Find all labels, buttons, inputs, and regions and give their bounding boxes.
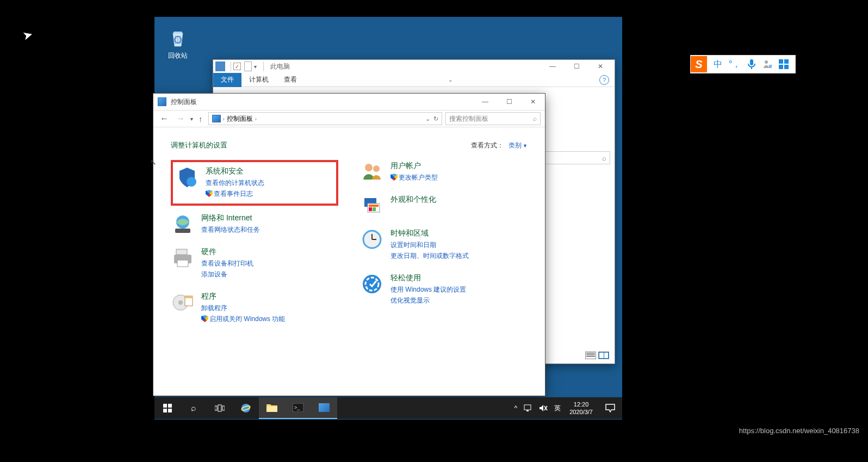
ime-user-icon[interactable] (762, 59, 772, 69)
cp-category: 时钟和区域设置时间和日期更改日期、时间或数字格式 (360, 227, 528, 262)
cp-category-link[interactable]: 查看网络状态和任务 (201, 225, 260, 235)
view-dropdown-link[interactable]: 类别▼ (509, 141, 528, 149)
cp-category-link[interactable]: 使用 Windows 建议的设置 (390, 285, 466, 294)
uac-shield-icon (390, 174, 398, 181)
cp-minimize-button[interactable]: — (473, 94, 497, 110)
address-bar-icon (212, 115, 221, 122)
svg-rect-25 (168, 404, 172, 408)
ime-mic-icon[interactable] (747, 59, 756, 70)
task-view-button[interactable] (207, 397, 233, 419)
cp-search-input[interactable]: 搜索控制面板 ⌕ (445, 112, 541, 125)
address-dropdown-icon[interactable]: ⌄ (425, 115, 430, 122)
cp-category-link[interactable]: 查看事件日志 (206, 189, 264, 199)
cp-category-title[interactable]: 轻松使用 (390, 273, 466, 283)
notification-center-button[interactable] (598, 397, 622, 419)
taskbar-ie-icon[interactable] (233, 397, 259, 419)
start-button[interactable] (154, 397, 181, 419)
svg-point-12 (373, 165, 380, 172)
svg-rect-37 (526, 410, 529, 411)
qat-doc-icon[interactable] (244, 61, 252, 71)
address-bar[interactable]: › 控制面板 › ⌄ ↻ (208, 112, 443, 125)
taskbar-cmd-icon[interactable]: >_ (285, 397, 311, 419)
cp-title: 控制面板 (171, 97, 197, 107)
ime-language-button[interactable]: 中 (714, 59, 722, 70)
maximize-button[interactable]: ☐ (565, 60, 588, 73)
ime-floating-bar[interactable]: S 中 °， (690, 55, 796, 73)
ribbon-tab-view[interactable]: 查看 (276, 73, 305, 87)
cp-category: 轻松使用使用 Windows 建议的设置优化视觉显示 (360, 272, 528, 307)
cp-category-link[interactable]: 更改日期、时间或数字格式 (390, 251, 469, 261)
cp-category-link[interactable]: 优化视觉显示 (390, 296, 466, 305)
svg-rect-6 (177, 260, 188, 267)
nav-back-button[interactable]: ← (158, 114, 171, 124)
svg-rect-40 (750, 59, 753, 65)
qat-dropdown-icon[interactable]: ▾ (254, 64, 257, 70)
cp-category-title[interactable]: 程序 (201, 292, 285, 301)
cp-category-title[interactable]: 网络和 Internet (201, 213, 260, 223)
tray-chevron-icon[interactable]: ^ (511, 397, 521, 419)
tray-network-icon[interactable] (520, 397, 536, 419)
close-button[interactable]: ✕ (588, 60, 612, 73)
svg-rect-17 (373, 207, 376, 211)
svg-point-42 (765, 60, 768, 64)
ease-icon (360, 272, 384, 296)
tray-ime-indicator[interactable]: 英 (551, 397, 564, 419)
refresh-button[interactable]: ↻ (433, 115, 438, 122)
breadcrumb-item[interactable]: 控制面板 (227, 114, 253, 124)
cp-category-link[interactable]: 查看设备和打印机 (201, 259, 253, 268)
cp-titlebar: 控制面板 — ☐ ✕ (153, 94, 545, 110)
recycle-bin-desktop-icon[interactable]: 回收站 (163, 27, 193, 60)
svg-rect-30 (222, 406, 225, 410)
taskbar-explorer-icon[interactable] (259, 397, 285, 419)
cp-category-link[interactable]: 设置时间和日期 (390, 241, 469, 250)
cp-categories-grid: 系统和安全查看你的计算机状态查看事件日志网络和 Internet查看网络状态和任… (171, 160, 528, 335)
clock-date: 2020/3/7 (569, 408, 593, 416)
nav-history-dropdown[interactable]: ▾ (190, 116, 193, 122)
ribbon-tab-computer[interactable]: 计算机 (241, 73, 276, 87)
sogou-logo-icon[interactable]: S (691, 56, 707, 72)
cp-category: 用户帐户更改帐户类型 (360, 160, 528, 184)
nav-up-button[interactable]: ↑ (196, 114, 205, 124)
cp-category-title[interactable]: 硬件 (201, 247, 253, 257)
taskbar-control-panel-icon[interactable] (311, 397, 337, 419)
cp-category-link[interactable]: 启用或关闭 Windows 功能 (201, 315, 285, 324)
clock-time: 12:20 (569, 401, 593, 408)
cursor-icon: ↖ (150, 158, 157, 167)
minimize-button[interactable]: — (541, 60, 565, 73)
cp-category-link[interactable]: 添加设备 (201, 270, 253, 279)
nav-forward-button[interactable]: → (174, 114, 187, 124)
ime-punct-button[interactable]: °， (729, 59, 741, 70)
cp-window-controls: — ☐ ✕ (473, 94, 545, 110)
ime-tools-icon[interactable] (779, 59, 789, 69)
cp-category-link[interactable]: 卸载程序 (201, 304, 285, 313)
clock-icon (360, 227, 384, 251)
taskbar-clock[interactable]: 12:20 2020/3/7 (564, 401, 598, 416)
search-button[interactable]: ⌕ (181, 397, 207, 419)
qat-checkbox-icon[interactable]: ✓ (233, 63, 241, 70)
explorer-app-icon (215, 61, 225, 71)
ribbon-collapse-icon[interactable]: ⌄ (448, 77, 452, 83)
cp-category: 硬件查看设备和打印机添加设备 (171, 246, 338, 281)
svg-rect-10 (185, 296, 193, 298)
cp-category-link[interactable]: 更改帐户类型 (390, 173, 438, 182)
tray-volume-icon[interactable] (536, 397, 551, 419)
svg-rect-33 (266, 406, 277, 412)
cursor-icon: ➤ (21, 27, 34, 44)
view-details-button[interactable] (598, 352, 609, 359)
ribbon-tab-file[interactable]: 文件 (213, 73, 241, 87)
cp-category-title[interactable]: 外观和个性化 (390, 195, 436, 205)
svg-rect-24 (163, 404, 167, 408)
cp-category-title[interactable]: 系统和安全 (206, 167, 264, 176)
printer-icon (171, 246, 195, 270)
svg-point-8 (178, 300, 183, 305)
cp-category-link[interactable]: 查看你的计算机状态 (206, 178, 264, 188)
cp-maximize-button[interactable]: ☐ (497, 94, 521, 110)
search-icon: ⌕ (602, 154, 606, 162)
cp-category: 网络和 Internet查看网络状态和任务 (171, 212, 338, 236)
help-icon[interactable]: ? (599, 75, 609, 85)
users-icon (360, 160, 384, 184)
cp-category-title[interactable]: 用户帐户 (390, 161, 438, 171)
cp-close-button[interactable]: ✕ (521, 94, 545, 110)
view-list-button[interactable] (585, 352, 596, 359)
cp-category-title[interactable]: 时钟和区域 (390, 229, 469, 238)
